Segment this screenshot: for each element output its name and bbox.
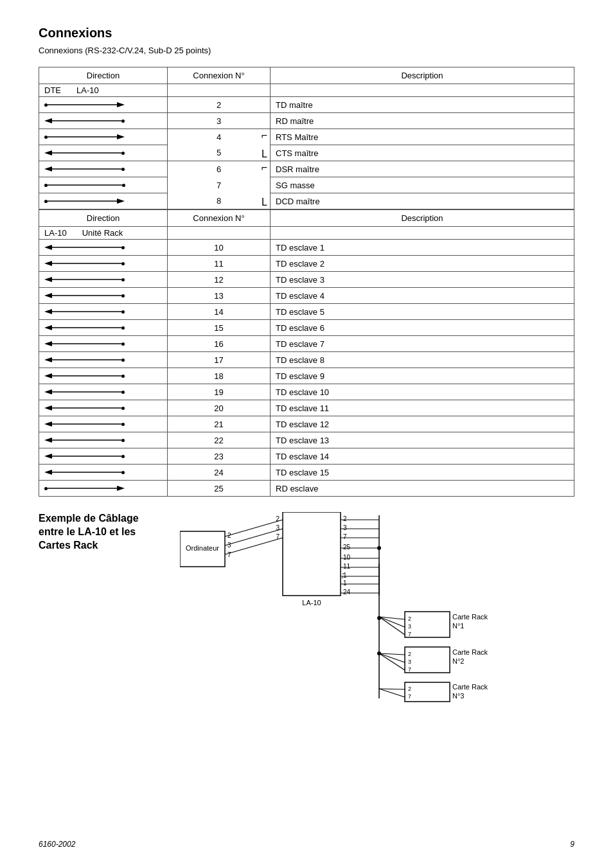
arrow-dot-end — [121, 342, 125, 346]
table1-subheader-direction: DTE LA-10 — [39, 84, 168, 97]
arrow-dot-end — [121, 326, 125, 330]
example-label-line3: Cartes Rack — [39, 540, 98, 551]
svg-marker-14 — [44, 245, 52, 250]
table-row: 22 TD esclave 13 — [39, 432, 574, 448]
arrow-dot-end — [121, 391, 125, 394]
connexion-num: 13 — [168, 288, 271, 304]
svg-line-95 — [379, 653, 405, 670]
connexion-num: 25 — [168, 481, 271, 497]
arrow-left-svg — [44, 340, 121, 348]
svg-line-56 — [225, 529, 283, 545]
table-row: 7 SG masse — [39, 177, 574, 193]
direction-cell — [39, 368, 168, 384]
line-svg — [48, 181, 122, 189]
svg-marker-34 — [44, 405, 52, 411]
arrow-left-svg — [44, 292, 121, 299]
svg-marker-26 — [44, 341, 52, 346]
table-row: 6 ⌐ DSR maître — [39, 161, 574, 177]
direction-cell — [39, 400, 168, 416]
table1-la10-label: LA-10 — [76, 85, 99, 95]
example-label-line2: entre le LA-10 et les — [39, 526, 136, 537]
table-row: 12 TD esclave 3 — [39, 272, 574, 288]
svg-marker-24 — [44, 325, 52, 330]
arrow-right-svg — [48, 101, 125, 109]
table2-subheader-desc — [271, 227, 574, 240]
connexion-num: 17 — [168, 352, 271, 368]
svg-marker-9 — [44, 166, 52, 172]
svg-marker-38 — [44, 438, 52, 443]
description-cell: TD esclave 14 — [271, 448, 574, 465]
arrow-left-svg — [44, 404, 121, 412]
svg-text:Carte Rack: Carte Rack — [452, 648, 488, 656]
table-row: 11 TD esclave 2 — [39, 256, 574, 272]
svg-point-77 — [377, 546, 381, 550]
connexion-bracket: 5 L — [168, 145, 271, 161]
table2-subheader-row: LA-10 Unité Rack — [39, 227, 574, 240]
svg-text:24: 24 — [343, 589, 351, 596]
arrow-left-svg — [44, 436, 121, 444]
table-row: 16 TD esclave 7 — [39, 336, 574, 352]
svg-marker-20 — [44, 293, 52, 298]
svg-text:LA-10: LA-10 — [302, 599, 321, 607]
table2-col2-header: Connexion N° — [168, 210, 271, 227]
table2-col3-header: Description — [271, 210, 574, 227]
table1-col1-header: Direction — [39, 67, 168, 84]
table2-subheader-connexion — [168, 227, 271, 240]
svg-marker-42 — [44, 470, 52, 475]
footer-left: 6160-2002 — [39, 840, 75, 849]
direction-cell — [39, 352, 168, 368]
description-cell: TD esclave 8 — [271, 352, 574, 368]
description-cell: TD esclave 9 — [271, 368, 574, 384]
footer-right: 9 — [570, 840, 574, 849]
arrow-dot-end — [121, 246, 125, 249]
table-row: 18 TD esclave 9 — [39, 368, 574, 384]
page-subtitle: Connexions (RS-232-C/V.24, Sub-D 25 poin… — [39, 46, 574, 55]
svg-text:2: 2 — [408, 651, 411, 657]
arrow-dot-end — [122, 184, 125, 187]
table1-dte-label: DTE — [44, 85, 61, 95]
svg-marker-22 — [44, 309, 52, 314]
svg-marker-28 — [44, 357, 52, 362]
direction-cell — [39, 97, 168, 113]
connection-table-1: Direction Connexion N° Description DTE L… — [39, 67, 574, 209]
arrow-left-svg — [44, 324, 121, 332]
description-cell: TD esclave 11 — [271, 400, 574, 416]
table1-header-row: Direction Connexion N° Description — [39, 67, 574, 84]
svg-marker-44 — [117, 486, 125, 491]
table2-unite-rack-label: Unité Rack — [82, 228, 123, 238]
arrow-dot-end — [121, 407, 125, 410]
svg-text:Carte Rack: Carte Rack — [452, 613, 488, 621]
svg-text:3: 3 — [408, 659, 411, 665]
connexion-num: 10 — [168, 240, 271, 256]
arrow-left-svg — [44, 260, 121, 267]
description-cell: TD esclave 12 — [271, 416, 574, 432]
arrow-left-svg — [44, 452, 121, 460]
table-row: 14 TD esclave 5 — [39, 304, 574, 320]
wiring-diagram: Ordinateur 2 3 7 LA-10 2 3 7 2 3 7 — [180, 512, 574, 713]
description-cell: TD maître — [271, 97, 574, 113]
arrow-left-svg — [44, 468, 121, 476]
arrow-dot-end — [121, 310, 125, 314]
description-cell: TD esclave 13 — [271, 432, 574, 448]
direction-cell — [39, 304, 168, 320]
description-cell: SG masse — [271, 177, 574, 193]
table2-la10-label: LA-10 — [44, 228, 67, 238]
page-title: Connexions — [39, 26, 574, 40]
description-cell: TD esclave 7 — [271, 336, 574, 352]
description-cell: TD esclave 2 — [271, 256, 574, 272]
arrow-dot-end — [121, 359, 125, 362]
table1-col2-header: Connexion N° — [168, 67, 271, 84]
description-cell: RD esclave — [271, 481, 574, 497]
arrow-left-svg — [44, 420, 121, 428]
direction-cell — [39, 384, 168, 400]
description-cell: TD esclave 1 — [271, 240, 574, 256]
description-cell: TD esclave 10 — [271, 384, 574, 400]
connexion-num: 18 — [168, 368, 271, 384]
svg-text:7: 7 — [408, 631, 411, 637]
svg-marker-3 — [44, 118, 52, 123]
table-row: 20 TD esclave 11 — [39, 400, 574, 416]
connexion-bracket: 8 L — [168, 193, 271, 209]
arrow-dot-end — [121, 294, 125, 297]
arrow-dot-end — [121, 439, 125, 442]
description-cell: DSR maître — [271, 161, 574, 177]
